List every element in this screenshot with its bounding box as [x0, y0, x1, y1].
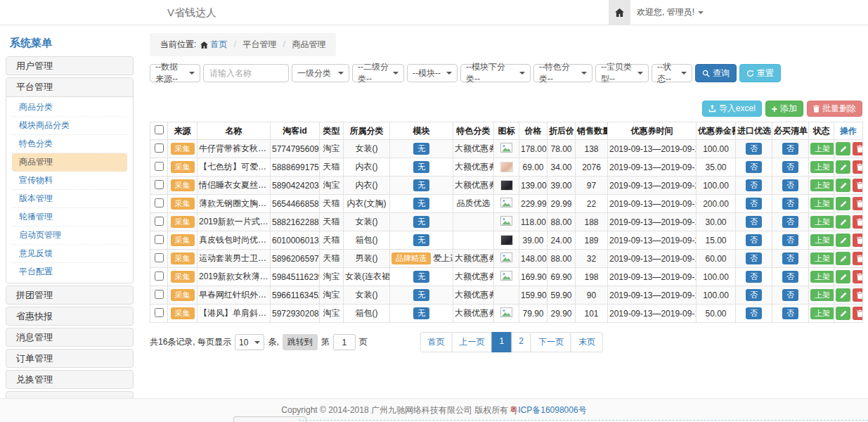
sidebar-group-兑换管理[interactable]: 兑换管理	[6, 370, 134, 389]
import-choice-badge[interactable]: 否	[746, 216, 762, 228]
sidebar-item-启动页管理[interactable]: 启动页管理	[12, 226, 127, 245]
select-all-checkbox[interactable]	[155, 125, 164, 134]
import-choice-badge[interactable]: 否	[746, 143, 762, 155]
jump-button[interactable]: 跳转到	[283, 334, 318, 350]
pager-上一页[interactable]: 上一页	[452, 332, 493, 352]
sidebar-item-宣传物料[interactable]: 宣传物料	[12, 172, 127, 190]
status-badge[interactable]: 上架	[810, 161, 834, 173]
sidebar-item-版本管理[interactable]: 版本管理	[12, 190, 127, 208]
status-badge[interactable]: 上架	[810, 216, 834, 228]
must-buy-badge[interactable]: 否	[782, 179, 798, 191]
delete-button[interactable]	[853, 142, 863, 155]
edit-button[interactable]	[836, 252, 850, 265]
edit-button[interactable]	[836, 215, 850, 229]
pager-1[interactable]: 1	[492, 332, 512, 352]
sidebar-item-平台配置[interactable]: 平台配置	[12, 263, 127, 281]
filter-select-模块下分类[interactable]: --模块下分类--	[460, 64, 531, 82]
must-buy-badge[interactable]: 否	[782, 216, 798, 228]
jump-page-input[interactable]	[333, 334, 356, 350]
home-button[interactable]	[609, 0, 630, 25]
search-button[interactable]: 查询	[695, 64, 737, 82]
sidebar-item-商品管理[interactable]: 商品管理	[12, 153, 127, 172]
import-choice-badge[interactable]: 否	[746, 307, 762, 319]
sidebar-item-商品分类[interactable]: 商品分类	[12, 98, 127, 117]
edit-button[interactable]	[836, 234, 850, 247]
filter-select-宝贝类型[interactable]: --宝贝类型--	[595, 64, 649, 82]
filter-select-一级分类[interactable]: 一级分类	[292, 64, 349, 82]
status-badge[interactable]: 上架	[810, 143, 834, 155]
status-badge[interactable]: 上架	[810, 234, 834, 246]
filter-select-data-source[interactable]: --数据来源--	[150, 64, 200, 82]
row-checkbox[interactable]	[155, 271, 164, 281]
import-choice-badge[interactable]: 否	[746, 252, 762, 264]
sidebar-item-轮播管理[interactable]: 轮播管理	[12, 208, 127, 226]
row-checkbox[interactable]	[155, 290, 164, 299]
row-checkbox[interactable]	[155, 143, 164, 153]
sidebar-group-消息管理[interactable]: 消息管理	[6, 328, 134, 347]
must-buy-badge[interactable]: 否	[782, 198, 798, 210]
must-buy-badge[interactable]: 否	[782, 271, 798, 283]
must-buy-badge[interactable]: 否	[782, 252, 798, 264]
row-checkbox[interactable]	[155, 253, 164, 262]
must-buy-badge[interactable]: 否	[782, 143, 798, 155]
import-choice-badge[interactable]: 否	[746, 198, 762, 210]
icp-link[interactable]: ICP备16098006号	[518, 404, 586, 416]
filter-select-二级分类[interactable]: --二级分类--	[352, 64, 404, 82]
edit-button[interactable]	[836, 197, 850, 210]
row-checkbox[interactable]	[155, 308, 164, 317]
row-checkbox[interactable]	[155, 180, 164, 189]
status-badge[interactable]: 上架	[810, 289, 834, 301]
sidebar-item-特色分类[interactable]: 特色分类	[12, 135, 127, 153]
row-checkbox[interactable]	[155, 217, 164, 226]
edit-button[interactable]	[836, 160, 850, 174]
delete-button[interactable]	[853, 234, 863, 247]
delete-button[interactable]	[853, 288, 863, 302]
pager-首页[interactable]: 首页	[420, 332, 453, 352]
user-menu[interactable]: 欢迎您, 管理员!	[637, 0, 704, 25]
sidebar-group-拼团管理[interactable]: 拼团管理	[6, 286, 134, 305]
status-badge[interactable]: 上架	[810, 307, 834, 319]
pager-下一页[interactable]: 下一页	[531, 332, 571, 352]
status-badge[interactable]: 上架	[810, 179, 834, 191]
sidebar-group-省惠快报[interactable]: 省惠快报	[6, 307, 134, 326]
must-buy-badge[interactable]: 否	[782, 289, 798, 301]
delete-button[interactable]	[853, 270, 863, 283]
status-badge[interactable]: 上架	[810, 198, 834, 210]
sidebar-group-订单管理[interactable]: 订单管理	[6, 349, 134, 368]
row-checkbox[interactable]	[155, 198, 164, 207]
import-choice-badge[interactable]: 否	[746, 289, 762, 301]
reset-button[interactable]: 重置	[739, 64, 781, 82]
delete-button[interactable]	[853, 252, 863, 265]
filter-select-特色分类[interactable]: --特色分类--	[533, 64, 592, 82]
batch-delete-button[interactable]: 批量删除	[807, 101, 862, 117]
import-choice-badge[interactable]: 否	[746, 161, 762, 173]
product-name-input[interactable]	[203, 64, 289, 82]
import-choice-badge[interactable]: 否	[746, 271, 762, 283]
filter-select-模块[interactable]: --模块--	[407, 64, 458, 82]
must-buy-badge[interactable]: 否	[782, 307, 798, 319]
pager-末页[interactable]: 末页	[571, 332, 603, 352]
sidebar-group-users[interactable]: 用户管理	[6, 56, 134, 75]
delete-button[interactable]	[853, 307, 863, 320]
delete-button[interactable]	[853, 160, 863, 174]
must-buy-badge[interactable]: 否	[782, 161, 798, 173]
import-excel-button[interactable]: 导入excel	[702, 101, 762, 117]
edit-button[interactable]	[836, 270, 850, 283]
filter-select-状态[interactable]: --状态--	[652, 64, 692, 82]
row-checkbox[interactable]	[155, 162, 164, 171]
edit-button[interactable]	[836, 288, 850, 302]
status-badge[interactable]: 上架	[810, 271, 834, 283]
sidebar-group-platform[interactable]: 平台管理	[6, 78, 133, 97]
edit-button[interactable]	[836, 307, 850, 320]
row-checkbox[interactable]	[155, 235, 164, 244]
delete-button[interactable]	[853, 215, 863, 229]
pager-2[interactable]: 2	[511, 332, 531, 352]
edit-button[interactable]	[836, 142, 850, 155]
edit-button[interactable]	[836, 179, 850, 192]
import-choice-badge[interactable]: 否	[746, 234, 762, 246]
delete-button[interactable]	[853, 179, 863, 192]
must-buy-badge[interactable]: 否	[782, 234, 798, 246]
sidebar-item-意见反馈[interactable]: 意见反馈	[12, 245, 127, 263]
add-button[interactable]: + 添加	[765, 101, 803, 117]
status-badge[interactable]: 上架	[810, 252, 834, 264]
